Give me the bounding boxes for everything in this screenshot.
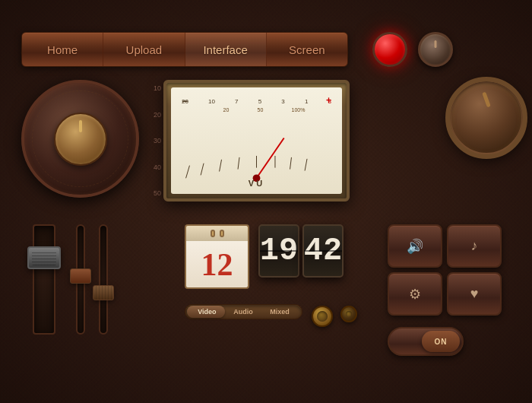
vu-label: VU [249, 179, 264, 188]
svg-line-6 [290, 157, 292, 170]
v-slider-1-handle[interactable] [70, 268, 91, 284]
small-knob[interactable] [418, 32, 453, 67]
radio-tab-labels: Video Audio Mixed [185, 308, 302, 316]
brass-nut-2 [340, 306, 357, 322]
nav-screen[interactable]: Screen [267, 33, 347, 66]
main-knob-center [54, 113, 107, 166]
main-rotary-knob[interactable] [21, 80, 139, 198]
scale-mark-40: 40 [154, 164, 161, 171]
navbar: Home Upload Interface Screen [21, 32, 348, 67]
vu-scale-3b: 3 [328, 98, 331, 105]
calendar-body: 12 [185, 241, 249, 289]
flip-hour: 19 [258, 224, 299, 278]
led-indicator [372, 32, 407, 67]
scale-mark-20: 20 [154, 112, 161, 119]
music-button[interactable]: ♪ [447, 224, 502, 268]
settings-button[interactable]: ⚙ [388, 272, 442, 316]
vertical-sliders [76, 224, 108, 335]
vu-scale-1: 1 [305, 98, 308, 105]
vu-scale-10: 10 [208, 98, 215, 105]
nav-home[interactable]: Home [22, 33, 103, 66]
radio-tab-audio[interactable]: Audio [233, 308, 253, 316]
h-slider-track [33, 224, 55, 335]
v-slider-2 [99, 224, 108, 335]
v-slider-1-track[interactable] [76, 224, 85, 335]
radio-tab-bar: Video Audio Mixed [185, 304, 302, 319]
flip-clock: 19 42 [258, 224, 344, 278]
v-slider-2-handle[interactable] [93, 285, 114, 300]
heart-button[interactable]: ♥ [447, 272, 502, 316]
radio-tab-mixed[interactable]: Mixed [270, 308, 290, 316]
vu-scale-7: 7 [235, 98, 238, 105]
scale-mark-10: 10 [154, 85, 161, 92]
vu-meter: − + 20 10 7 5 3 1 3 20 50 100% [163, 80, 350, 202]
svg-line-1 [201, 163, 204, 176]
toggle-switch[interactable]: ON [388, 327, 464, 356]
vu-scale-20: 20 [182, 98, 188, 105]
radio-tab-video[interactable]: Video [198, 308, 216, 316]
calendar-widget: 12 [185, 224, 249, 289]
svg-line-7 [305, 159, 307, 171]
svg-line-8 [257, 138, 284, 178]
vu-scale-100: 100% [291, 107, 305, 113]
flip-minute: 42 [302, 224, 344, 278]
v-slider-1 [76, 224, 85, 335]
vu-scale-5: 5 [258, 98, 261, 105]
vu-scale-3: 3 [281, 98, 284, 105]
radio-tabs: Video Audio Mixed [185, 304, 302, 319]
scale-mark-30: 30 [154, 138, 161, 144]
svg-line-2 [220, 160, 222, 172]
vu-meter-face: − + 20 10 7 5 3 1 3 20 50 100% [171, 87, 342, 194]
brass-nut-1 [312, 306, 333, 327]
calendar-ring-right [220, 230, 224, 237]
toggle-knob: ON [422, 331, 460, 352]
nav-upload[interactable]: Upload [103, 33, 185, 66]
vu-scale-20b: 20 [223, 107, 230, 113]
vu-arc-svg [171, 124, 342, 185]
speaker-button[interactable]: 🔊 [388, 224, 442, 268]
h-slider-handle[interactable] [27, 246, 61, 269]
scale-ruler: 10 20 30 40 50 [146, 82, 161, 200]
svg-line-0 [186, 166, 190, 179]
svg-line-3 [238, 157, 239, 170]
nav-interface[interactable]: Interface [185, 33, 267, 66]
calendar-ring-left [211, 230, 215, 237]
v-slider-2-track[interactable] [99, 224, 108, 335]
calendar-header [185, 224, 249, 241]
horizontal-slider[interactable] [21, 224, 67, 335]
calendar-date: 12 [201, 249, 233, 281]
big-right-knob[interactable] [448, 80, 524, 156]
scale-mark-50: 50 [154, 190, 161, 197]
vu-scale-50: 50 [258, 107, 264, 113]
grid-buttons: 🔊 ♪ ⚙ ♥ [388, 224, 502, 316]
